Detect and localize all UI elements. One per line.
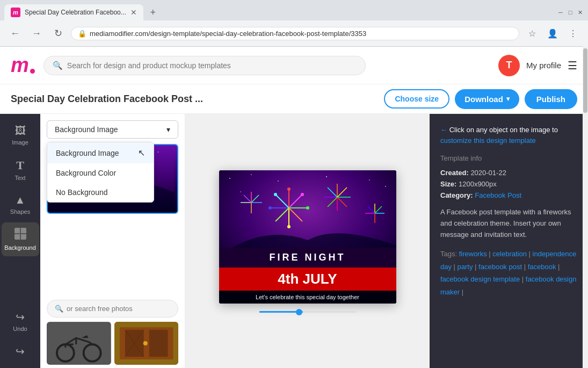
tab-close-button[interactable]: ✕ (130, 8, 137, 17)
scrollbar-thumb[interactable] (583, 48, 587, 113)
background-type-dropdown[interactable]: Background Image ▾ (47, 120, 178, 139)
photo-grid (47, 322, 178, 368)
svg-rect-16 (47, 322, 111, 365)
sidebar-item-shapes[interactable]: ▲ Shapes (2, 189, 39, 220)
maximize-button[interactable]: □ (567, 9, 574, 16)
dropdown-arrow-icon: ▾ (166, 125, 170, 134)
text-icon: T (16, 158, 24, 172)
tag-facebook[interactable]: facebook (528, 263, 556, 271)
download-label: Download (464, 95, 503, 104)
canvas-area: FIRE NIGHT 4th JULY Let's celebrate this… (185, 114, 430, 368)
new-tab-button[interactable]: + (146, 5, 161, 20)
cursor-icon: ↖ (138, 148, 145, 158)
lock-icon: 🔒 (78, 30, 86, 38)
menu-button[interactable]: ⋮ (564, 25, 582, 42)
svg-point-42 (369, 179, 370, 181)
sidebar-icons: 🖼 Image T Text ▲ Shapes Background ↩ Und… (0, 114, 40, 368)
header-right: T My profile ☰ (498, 55, 577, 76)
celebrate-text: Let's celebrate this special day togethe… (222, 294, 393, 300)
sidebar-item-text-label: Text (14, 175, 25, 181)
minimize-button[interactable]: ─ (557, 9, 564, 16)
click-hint-arrow: ← (440, 126, 447, 134)
info-panel: ← Click on any object on the image to cu… (430, 114, 588, 368)
photo-item-1[interactable] (47, 322, 111, 365)
shapes-icon: ▲ (15, 194, 26, 206)
click-hint-link: customize this design template (440, 136, 536, 145)
zoom-slider-thumb[interactable] (296, 309, 302, 315)
svg-point-53 (287, 187, 291, 191)
bookmark-button[interactable]: ☆ (524, 25, 541, 42)
title-bar: Special Day Celebration Facebook Post ..… (0, 84, 588, 114)
search-bar[interactable]: 🔍 (43, 56, 366, 75)
tag-party[interactable]: party (458, 263, 473, 271)
choose-size-button[interactable]: Choose size (384, 89, 449, 109)
slider-container (219, 311, 396, 313)
sidebar-item-text[interactable]: T Text (2, 153, 39, 186)
svg-point-41 (326, 176, 327, 177)
tag-facebook-post[interactable]: facebook post (478, 263, 522, 271)
reload-button[interactable]: ↻ (49, 25, 67, 42)
tags-section: Tags: fireworks | celebration | independ… (440, 248, 577, 298)
tag-fireworks[interactable]: fireworks (459, 250, 487, 258)
design-canvas[interactable]: FIRE NIGHT 4th JULY Let's celebrate this… (219, 170, 396, 304)
forward-button[interactable]: → (28, 25, 45, 42)
dropdown-option-label: No Background (56, 188, 108, 197)
july-block[interactable]: 4th JULY (219, 268, 396, 291)
search-input[interactable] (67, 61, 357, 70)
tab-title: Special Day Celebration Faceboo... (25, 9, 126, 16)
tag-celebration[interactable]: celebration (492, 250, 527, 258)
page-title: Special Day Celebration Facebook Post ..… (11, 93, 384, 105)
sidebar-item-background-label: Background (4, 244, 36, 251)
svg-point-57 (301, 193, 304, 196)
undo-icon: ↩ (16, 311, 25, 323)
svg-point-55 (268, 206, 272, 210)
category-link[interactable]: Facebook Post (475, 191, 521, 199)
back-button[interactable]: ← (6, 25, 24, 42)
sidebar-item-redo[interactable]: ↪ (2, 340, 39, 363)
svg-point-39 (251, 174, 252, 175)
dropdown-option-background-color[interactable]: Background Color (47, 163, 154, 183)
search-photos-input[interactable] (67, 305, 170, 313)
category-label: Category: (440, 191, 473, 199)
logo: m (11, 54, 35, 77)
dropdown-option-background-image[interactable]: Background Image ↖ (47, 142, 154, 163)
dropdown-option-no-background[interactable]: No Background (47, 183, 154, 202)
download-button[interactable]: Download ▾ (455, 89, 519, 109)
size-label: Size: (440, 180, 456, 188)
nav-right-buttons: ☆ 👤 ⋮ (524, 25, 582, 42)
zoom-slider-track[interactable] (259, 311, 356, 313)
main-layout: 🖼 Image T Text ▲ Shapes Background ↩ Und… (0, 114, 588, 368)
sidebar-item-shapes-label: Shapes (10, 208, 30, 215)
svg-point-7 (158, 151, 159, 153)
celebrate-block[interactable]: Let's celebrate this special day togethe… (219, 291, 396, 304)
account-button[interactable]: 👤 (544, 25, 561, 42)
fire-night-block[interactable]: FIRE NIGHT (219, 248, 396, 268)
background-icon (14, 228, 26, 242)
hamburger-menu-icon[interactable]: ☰ (568, 59, 577, 72)
sidebar-item-background[interactable]: Background (2, 222, 39, 256)
photo-item-2[interactable] (114, 322, 179, 365)
scrollbar-track[interactable] (583, 46, 588, 368)
sidebar-item-undo[interactable]: ↩ Undo (2, 305, 39, 337)
created-label: Created: (440, 169, 469, 177)
template-description: A Facebook post template with a firework… (440, 207, 577, 240)
svg-point-26 (143, 341, 147, 345)
close-button[interactable]: ✕ (576, 9, 584, 16)
svg-point-58 (274, 193, 277, 196)
app-header: m 🔍 T My profile ☰ (0, 47, 588, 84)
logo-dot (30, 69, 35, 74)
active-tab[interactable]: m Special Day Celebration Faceboo... ✕ (4, 4, 143, 20)
logo-letter: m (11, 54, 29, 77)
sidebar-item-image-label: Image (12, 139, 28, 146)
publish-button[interactable]: Publish (525, 89, 577, 109)
avatar[interactable]: T (498, 55, 520, 76)
address-bar[interactable]: 🔒 mediamodifier.com/design-template/spec… (71, 27, 519, 40)
tags-label: Tags: (440, 250, 459, 258)
my-profile-text[interactable]: My profile (526, 61, 561, 70)
sidebar-item-image[interactable]: 🖼 Image (2, 119, 39, 151)
search-photos-bar[interactable]: 🔍 (47, 300, 178, 318)
fire-night-text: FIRE NIGHT (223, 252, 392, 263)
info-size: Size: 1200x900px (440, 180, 577, 188)
svg-point-43 (385, 186, 386, 187)
tag-facebook-design-template[interactable]: facebook design template (440, 275, 520, 283)
